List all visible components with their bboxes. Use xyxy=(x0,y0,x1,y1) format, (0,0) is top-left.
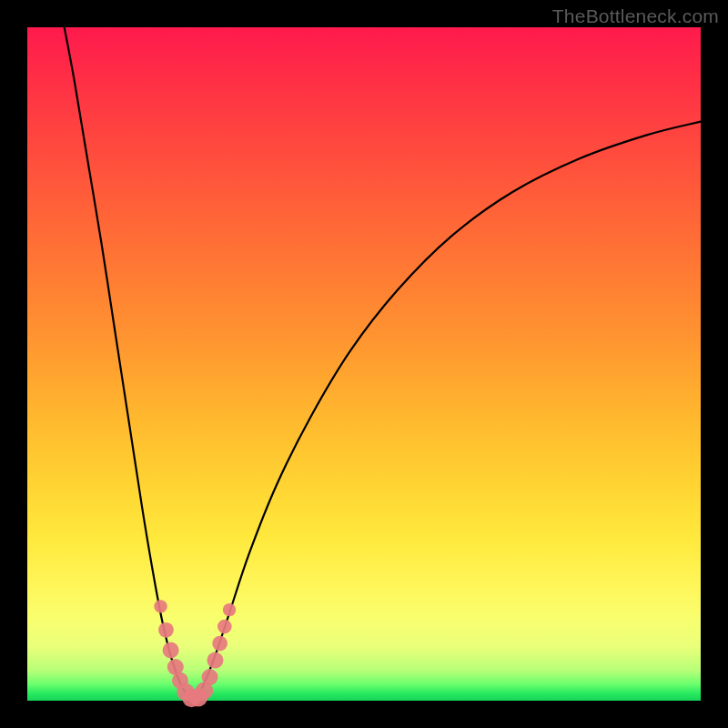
data-point-marker xyxy=(158,622,174,638)
data-point-marker xyxy=(207,652,223,669)
chart-svg xyxy=(27,27,701,701)
data-point-marker xyxy=(163,642,179,659)
right-branch-curve xyxy=(192,122,701,699)
curve-layer xyxy=(65,27,701,699)
chart-frame: TheBottleneck.com xyxy=(0,0,728,728)
data-point-marker xyxy=(217,620,232,634)
data-point-marker xyxy=(154,600,167,612)
data-point-marker xyxy=(212,636,228,652)
marker-layer xyxy=(154,600,236,707)
plot-area xyxy=(27,27,701,701)
left-branch-curve xyxy=(65,27,193,699)
watermark-text: TheBottleneck.com xyxy=(552,5,719,27)
data-point-marker xyxy=(202,669,218,685)
data-point-marker xyxy=(223,603,236,616)
